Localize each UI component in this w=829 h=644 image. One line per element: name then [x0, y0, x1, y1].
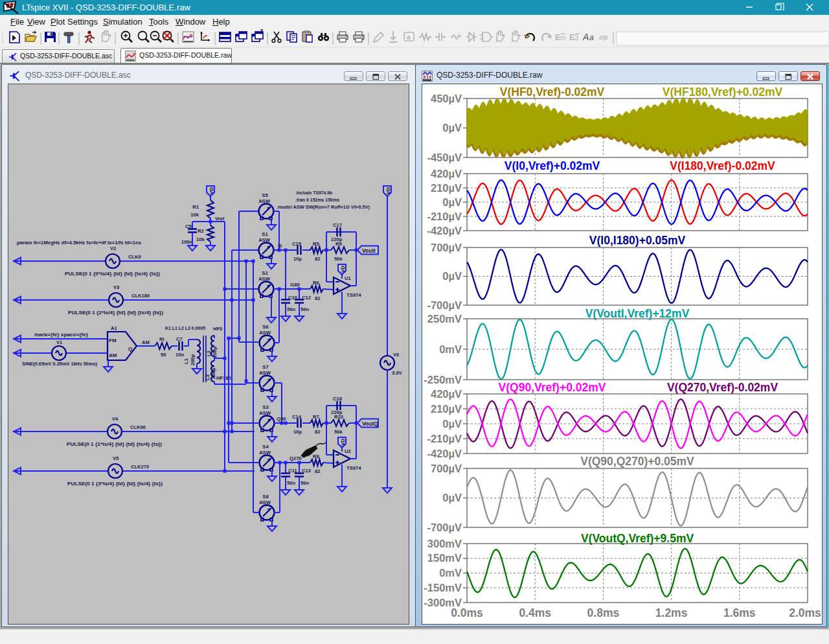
svg-text:R2: R2 [198, 228, 204, 234]
svg-text:V(I0,Vref)+0.02mV: V(I0,Vref)+0.02mV [505, 159, 600, 172]
svg-text:200µ: 200µ [212, 347, 218, 358]
svg-text:R7: R7 [313, 414, 319, 420]
svg-text:TS974: TS974 [346, 292, 361, 298]
svg-text:0µV: 0µV [442, 122, 462, 133]
svg-text:150mV: 150mV [427, 552, 462, 564]
svg-text:C17: C17 [333, 222, 342, 228]
svg-text:ASW: ASW [259, 410, 271, 416]
svg-text:PULSE(0 1 {0*ts/4} {td} {td} {: PULSE(0 1 {0*ts/4} {td} {td} {ts/4} {ts}… [65, 271, 160, 277]
svg-text:0.0ms: 0.0ms [451, 606, 483, 619]
svg-text:a: a [407, 34, 411, 41]
svg-text:CLK270: CLK270 [131, 464, 149, 470]
svg-text:1.6ms: 1.6ms [723, 606, 756, 619]
svg-text:K1 L1 L2 L3 0.9995: K1 L1 L2 L3 0.9995 [165, 325, 205, 331]
svg-text:300mV: 300mV [427, 538, 462, 549]
svg-text:R6: R6 [313, 280, 319, 286]
svg-text:-210µV: -210µV [427, 211, 462, 222]
svg-text:U2: U2 [345, 448, 351, 454]
svg-text:ASW: ASW [259, 450, 271, 455]
svg-text:200µ: 200µ [190, 354, 196, 365]
svg-text:U1: U1 [345, 275, 351, 281]
svg-text:Vref: Vref [215, 216, 225, 222]
svg-text:700µV: 700µV [431, 463, 462, 474]
svg-text:82: 82 [315, 295, 320, 301]
svg-text:CLK0: CLK0 [128, 254, 141, 260]
svg-text:PULSE(0 1 {2*ts/4} {td} {td} {: PULSE(0 1 {2*ts/4} {td} {td} {ts/4} {ts}… [68, 310, 163, 316]
svg-text:V(I180,Vref)-0.02mV: V(I180,Vref)-0.02mV [670, 159, 775, 172]
svg-text:56n: 56n [287, 480, 295, 486]
svg-text:220p: 220p [331, 409, 343, 415]
svg-text:Q: Q [128, 346, 132, 352]
svg-text:10µ: 10µ [293, 256, 302, 262]
svg-text:-700µV: -700µV [427, 522, 462, 533]
svg-text:0mV: 0mV [439, 343, 462, 355]
svg-text:R8: R8 [313, 454, 319, 459]
svg-text:-420µV: -420µV [427, 448, 462, 459]
svg-text:10µ: 10µ [293, 429, 302, 435]
svg-text:V5: V5 [113, 455, 119, 461]
svg-text:V(HF180,Vref)+0.02mV: V(HF180,Vref)+0.02mV [663, 86, 783, 98]
svg-text:TS974: TS974 [346, 465, 361, 471]
svg-text:VoutQ: VoutQ [362, 420, 378, 427]
svg-text:0mV: 0mV [439, 567, 462, 579]
svg-text:450µV: 450µV [431, 93, 462, 104]
svg-text:R5: R5 [313, 241, 319, 247]
svg-text:PULSE(0 1 {1*ts/4} {td} {td} {: PULSE(0 1 {1*ts/4} {td} {td} {ts/4} {ts}… [67, 441, 162, 447]
svg-text:V(Q90,Vref)+0.02mV: V(Q90,Vref)+0.02mV [499, 381, 606, 394]
svg-text:0µV: 0µV [442, 418, 462, 430]
svg-text:.op: .op [598, 34, 608, 41]
svg-text:250mV: 250mV [427, 313, 462, 325]
svg-text:56k: 56k [334, 256, 343, 262]
svg-text:CLK90: CLK90 [130, 424, 146, 430]
svg-text:82: 82 [315, 468, 320, 474]
svg-text:420µV: 420µV [431, 168, 462, 179]
svg-text:2.0ms: 2.0ms [789, 606, 821, 619]
svg-text:10k: 10k [196, 236, 205, 242]
svg-text:56n: 56n [301, 480, 309, 486]
svg-text:S3: S3 [262, 404, 268, 410]
svg-text:L1: L1 [183, 358, 189, 364]
svg-text:AM: AM [142, 339, 150, 345]
svg-text:ASW: ASW [259, 330, 271, 336]
svg-text:C18: C18 [333, 396, 342, 402]
svg-text:S6: S6 [262, 324, 268, 330]
svg-text:S7: S7 [262, 364, 268, 370]
svg-text:S5: S5 [262, 192, 268, 198]
svg-text:700µV: 700µV [431, 242, 462, 253]
svg-text:10k: 10k [190, 212, 199, 218]
svg-text:ASW: ASW [258, 198, 271, 204]
svg-text:210µV: 210µV [431, 403, 462, 415]
svg-text:.tran 0 152ms 150ms: .tran 0 152ms 150ms [295, 197, 339, 203]
svg-text:AM: AM [109, 352, 117, 358]
svg-text:HF0: HF0 [213, 326, 222, 332]
svg-text:I0: I0 [278, 243, 282, 249]
svg-text:m: m [560, 34, 565, 41]
svg-text:C13: C13 [302, 468, 311, 474]
svg-text:.param fe=1MegHz df=4.5kHz fs=: .param fe=1MegHz df=4.5kHz fs=fe+df ts=1… [16, 240, 142, 246]
svg-text:VD: VD [340, 266, 346, 273]
svg-text:V(Q270,Vref)-0.02mV: V(Q270,Vref)-0.02mV [667, 381, 778, 394]
svg-text:-210µV: -210µV [427, 433, 462, 444]
svg-text:FM: FM [109, 338, 117, 343]
svg-text:L2: L2 [206, 351, 212, 356]
svg-text:0.4ms: 0.4ms [519, 606, 551, 619]
svg-text:Q90: Q90 [277, 416, 286, 422]
svg-text:0µV: 0µV [442, 270, 462, 282]
svg-text:ASW: ASW [259, 370, 271, 376]
svg-text:V(HF0,Vref)-0.02mV: V(HF0,Vref)-0.02mV [500, 86, 605, 98]
svg-text:V1: V1 [56, 339, 63, 345]
svg-text:VD: VD [209, 187, 214, 194]
svg-text:a: a [589, 33, 594, 42]
svg-text:C15: C15 [292, 241, 302, 247]
svg-text:S4: S4 [262, 444, 269, 450]
svg-text:ASW: ASW [259, 500, 271, 505]
svg-text:C14: C14 [292, 414, 302, 420]
svg-text:1.2ms: 1.2ms [655, 606, 688, 619]
svg-text:I180: I180 [290, 282, 300, 288]
svg-text:-250mV: -250mV [424, 374, 462, 385]
svg-text:VoutI: VoutI [362, 247, 376, 254]
svg-text:V(VoutI,Vref)+12mV: V(VoutI,Vref)+12mV [585, 307, 690, 320]
svg-text:-420µV: -420µV [427, 225, 462, 236]
svg-text:S8: S8 [262, 494, 268, 500]
svg-text:56n: 56n [287, 306, 295, 312]
